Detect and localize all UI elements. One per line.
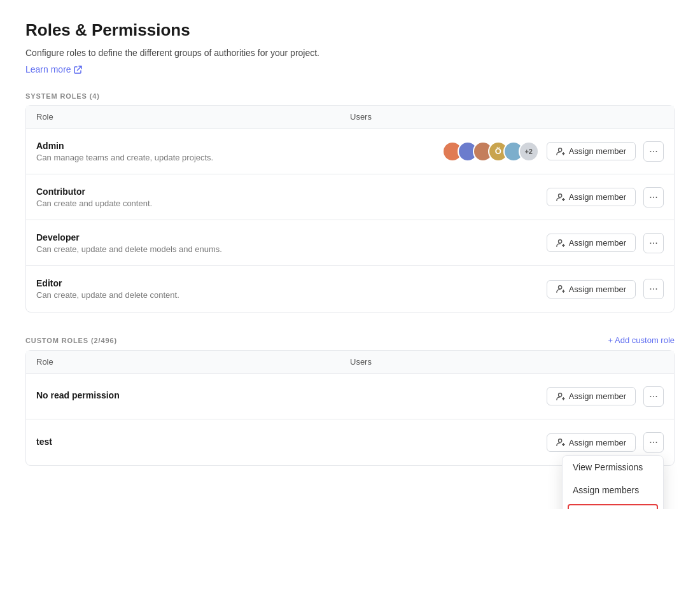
table-row: Contributor Can create and update conten… xyxy=(26,174,674,220)
more-options-button[interactable]: ··· xyxy=(643,187,664,207)
table-row: test Assign member ··· View Permissions … xyxy=(26,419,674,465)
role-info: Editor Can create, update and delete con… xyxy=(36,278,350,300)
role-name: test xyxy=(36,437,350,447)
system-roles-table-head: Role Users xyxy=(26,106,674,129)
table-row: Developer Can create, update and delete … xyxy=(26,220,674,266)
assign-members-item[interactable]: Assign members xyxy=(563,479,663,502)
svg-point-0 xyxy=(558,148,561,151)
more-btn-wrapper: ··· xyxy=(643,386,664,407)
col-users: Users xyxy=(350,112,664,122)
add-custom-role-button[interactable]: + Add custom role xyxy=(608,335,675,345)
role-name: Admin xyxy=(36,141,350,151)
more-btn-wrapper: ··· xyxy=(643,279,664,299)
users-cell: Assign member ··· xyxy=(350,233,664,253)
assign-member-button[interactable]: Assign member xyxy=(547,387,636,405)
col-users: Users xyxy=(350,357,664,367)
more-btn-wrapper: ··· xyxy=(643,187,664,207)
role-info: No read permission xyxy=(36,390,350,402)
external-link-icon xyxy=(74,66,82,74)
more-options-button[interactable]: ··· xyxy=(643,386,664,407)
view-permissions-item[interactable]: View Permissions xyxy=(563,456,663,479)
table-row: No read permission Assign member ··· xyxy=(26,374,674,419)
assign-member-button[interactable]: Assign member xyxy=(547,188,636,206)
svg-point-1 xyxy=(558,193,561,197)
more-btn-wrapper: ··· xyxy=(643,233,664,253)
more-options-button-active[interactable]: ··· xyxy=(643,432,664,453)
assign-member-button[interactable]: Assign member xyxy=(547,234,636,252)
custom-roles-table: Role Users No read permission Assign mem… xyxy=(25,350,675,466)
more-options-button[interactable]: ··· xyxy=(643,233,664,253)
learn-more-label: Learn more xyxy=(25,64,71,74)
page-subtitle: Configure roles to define the different … xyxy=(25,48,675,58)
more-btn-wrapper: ··· xyxy=(643,141,664,162)
svg-point-4 xyxy=(558,393,561,396)
users-cell: Assign member ··· View Permissions Assig… xyxy=(350,432,664,453)
role-name: Editor xyxy=(36,278,350,288)
custom-roles-header: CUSTOM ROLES (2/496) + Add custom role xyxy=(25,335,675,345)
role-info: Developer Can create, update and delete … xyxy=(36,232,350,254)
role-name: No read permission xyxy=(36,390,350,400)
avatars: Ö +2 xyxy=(442,141,539,162)
user-plus-icon xyxy=(556,147,565,156)
role-name: Contributor xyxy=(36,186,350,197)
role-desc: Can create, update and delete content. xyxy=(36,290,350,300)
role-info: Contributor Can create and update conten… xyxy=(36,186,350,208)
delete-role-item[interactable]: Delete Role xyxy=(568,504,658,509)
svg-point-5 xyxy=(558,439,561,442)
users-cell: Assign member ··· xyxy=(350,279,664,299)
users-cell: Assign member ··· xyxy=(350,386,664,407)
users-cell: Ö +2 Assign member ··· xyxy=(350,141,664,162)
role-desc: Can create and update content. xyxy=(36,199,350,208)
user-plus-icon xyxy=(556,193,565,202)
col-role: Role xyxy=(36,112,350,122)
more-options-button[interactable]: ··· xyxy=(643,279,664,299)
more-btn-wrapper-active: ··· View Permissions Assign members Dele… xyxy=(643,432,664,453)
avatar-count: +2 xyxy=(519,141,539,162)
svg-point-3 xyxy=(558,286,561,289)
dropdown-menu: View Permissions Assign members Delete R… xyxy=(562,455,664,509)
user-plus-icon xyxy=(556,438,565,447)
role-desc: Can manage teams and create, update proj… xyxy=(36,153,350,162)
system-roles-table: Role Users Admin Can manage teams and cr… xyxy=(25,105,675,313)
user-plus-icon xyxy=(556,284,565,293)
role-info: Admin Can manage teams and create, updat… xyxy=(36,141,350,162)
col-role: Role xyxy=(36,357,350,367)
system-roles-header: SYSTEM ROLES (4) xyxy=(25,92,675,100)
assign-member-button[interactable]: Assign member xyxy=(547,433,636,452)
assign-member-button[interactable]: Assign member xyxy=(547,280,636,299)
learn-more-link[interactable]: Learn more xyxy=(25,64,82,74)
assign-member-button[interactable]: Assign member xyxy=(547,142,636,160)
svg-point-2 xyxy=(558,239,561,242)
user-plus-icon xyxy=(556,392,565,401)
role-desc: Can create, update and delete models and… xyxy=(36,244,350,254)
table-row: Admin Can manage teams and create, updat… xyxy=(26,129,674,174)
user-plus-icon xyxy=(556,239,565,248)
more-options-button[interactable]: ··· xyxy=(643,141,664,162)
table-row: Editor Can create, update and delete con… xyxy=(26,266,674,312)
page-title: Roles & Permissions xyxy=(25,20,675,40)
users-cell: Assign member ··· xyxy=(350,187,664,207)
custom-roles-table-head: Role Users xyxy=(26,351,674,374)
role-name: Developer xyxy=(36,232,350,242)
role-info: test xyxy=(36,437,350,449)
